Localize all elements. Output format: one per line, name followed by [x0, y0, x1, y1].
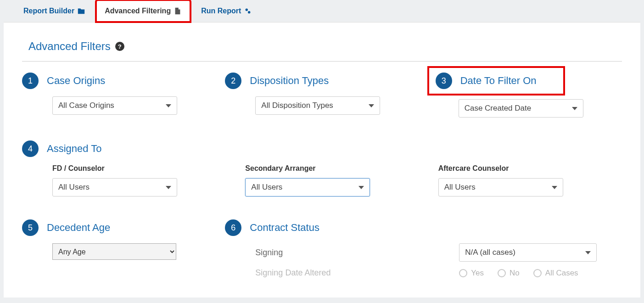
signing-label: Signing	[255, 248, 448, 258]
aftercare-counselor-select[interactable]: All Users	[438, 178, 563, 196]
step-badge: 1	[22, 73, 39, 89]
aftercare-counselor-label: Aftercare Counselor	[438, 164, 622, 173]
case-origins-select[interactable]: All Case Origins	[52, 96, 177, 115]
signing-date-altered-label: Signing Date Altered	[255, 268, 448, 278]
document-icon	[174, 7, 182, 15]
step-badge: 3	[436, 73, 452, 89]
filter-date-to-filter-on: 3 Date To Filter On Case Created Date	[428, 73, 622, 118]
filter-title: Assigned To	[47, 143, 101, 155]
filter-header: 2 Disposition Types	[225, 73, 419, 89]
signing-select[interactable]: N/A (all cases)	[459, 243, 597, 262]
step-badge: 4	[22, 140, 39, 157]
decedent-age-select[interactable]: Any Age	[52, 243, 176, 260]
select-value: All Users	[58, 183, 90, 192]
filter-decedent-age: 5 Decedent Age Any Age	[22, 219, 216, 284]
filter-title: Contract Status	[250, 222, 319, 234]
section-title: Advanced Filters ?	[22, 36, 622, 62]
fd-counselor-label: FD / Counselor	[52, 164, 236, 173]
section-title-text: Advanced Filters	[28, 40, 111, 53]
filter-header: 1 Case Origins	[22, 73, 216, 89]
step-badge: 6	[225, 219, 241, 236]
step-badge: 2	[225, 73, 241, 89]
chevron-down-icon	[166, 104, 171, 107]
select-value: All Users	[251, 183, 282, 192]
chevron-down-icon	[585, 251, 591, 254]
select-value: Case Created Date	[465, 104, 532, 113]
tab-report-builder[interactable]: Report Builder	[15, 0, 94, 22]
secondary-arranger-label: Secondary Arranger	[245, 164, 429, 173]
svg-point-0	[246, 9, 248, 11]
radio-label: No	[510, 269, 520, 278]
tab-advanced-filtering[interactable]: Advanced Filtering	[96, 0, 190, 22]
help-icon[interactable]: ?	[115, 42, 124, 51]
secondary-arranger-select[interactable]: All Users	[245, 178, 370, 196]
filters-grid: 1 Case Origins All Case Origins 2 Dispos…	[22, 73, 622, 284]
select-value: All Users	[444, 183, 476, 192]
radio-all-cases[interactable]: All Cases	[533, 269, 578, 278]
select-value: N/A (all cases)	[465, 248, 515, 257]
radio-icon	[498, 269, 506, 277]
chevron-down-icon	[552, 186, 557, 189]
filter-title: Date To Filter On	[460, 75, 537, 87]
signing-altered-radio-group: Yes No All Cases	[459, 269, 622, 278]
radio-yes[interactable]: Yes	[459, 269, 484, 278]
tab-label: Run Report	[201, 7, 241, 15]
advanced-filters-panel: Advanced Filters ? 1 Case Origins All Ca…	[4, 22, 640, 297]
radio-no[interactable]: No	[498, 269, 520, 278]
filter-contract-status: 6 Contract Status Signing N/A (all cases…	[225, 219, 622, 284]
chevron-down-icon	[572, 107, 577, 110]
filter-header-highlighted: 3 Date To Filter On	[427, 66, 565, 95]
radio-label: All Cases	[545, 269, 578, 278]
disposition-types-select[interactable]: All Disposition Types	[255, 96, 380, 115]
date-filter-select[interactable]: Case Created Date	[459, 99, 583, 118]
radio-icon	[459, 269, 467, 277]
svg-point-1	[248, 11, 250, 13]
radio-icon	[533, 269, 542, 277]
select-value: All Case Origins	[58, 101, 114, 110]
filter-case-origins: 1 Case Origins All Case Origins	[22, 73, 216, 118]
tab-label: Report Builder	[23, 7, 74, 15]
radio-label: Yes	[471, 269, 484, 278]
filter-title: Case Origins	[47, 75, 105, 87]
tab-bar: Report Builder Advanced Filtering Run Re…	[0, 0, 644, 22]
tab-run-report[interactable]: Run Report	[192, 0, 261, 22]
folder-icon	[77, 7, 85, 15]
fd-counselor-select[interactable]: All Users	[52, 178, 177, 196]
filter-header: 4 Assigned To	[22, 140, 622, 157]
filter-header: 6 Contract Status	[225, 219, 622, 236]
step-badge: 5	[22, 219, 39, 236]
filter-assigned-to: 4 Assigned To FD / Counselor All Users S…	[22, 140, 622, 196]
chevron-down-icon	[166, 186, 171, 189]
filter-header: 5 Decedent Age	[22, 219, 216, 236]
select-value: All Disposition Types	[261, 101, 333, 110]
chevron-down-icon	[358, 186, 364, 189]
tab-label: Advanced Filtering	[105, 7, 171, 15]
filter-title: Disposition Types	[250, 75, 329, 87]
chevron-down-icon	[369, 104, 374, 107]
filter-title: Decedent Age	[47, 222, 110, 234]
filter-disposition-types: 2 Disposition Types All Disposition Type…	[225, 73, 419, 118]
gears-icon	[244, 7, 252, 15]
